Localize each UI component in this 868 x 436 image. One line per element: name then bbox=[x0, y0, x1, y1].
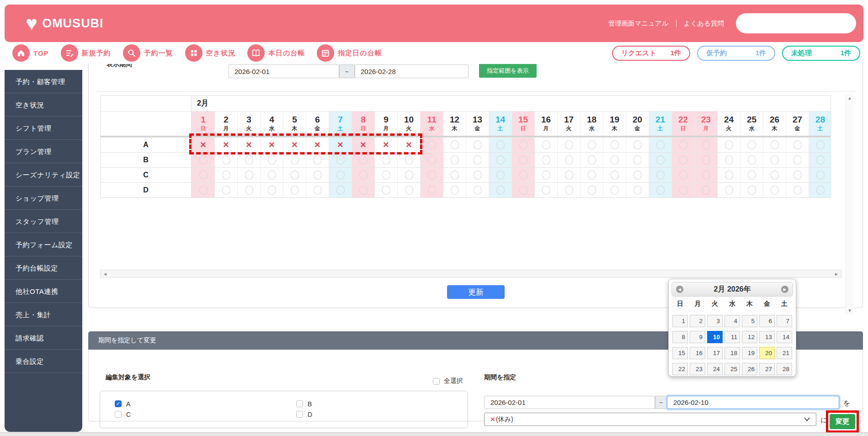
availability-cell[interactable] bbox=[671, 153, 694, 167]
availability-cell[interactable] bbox=[351, 183, 374, 197]
datepicker-day-cell[interactable]: 14 bbox=[777, 331, 792, 343]
availability-cell[interactable] bbox=[809, 183, 831, 197]
datepicker-day-cell[interactable]: 5 bbox=[742, 315, 757, 327]
availability-cell[interactable] bbox=[557, 168, 580, 182]
availability-cell[interactable] bbox=[283, 168, 306, 182]
availability-cell[interactable]: × bbox=[283, 138, 306, 152]
availability-cell[interactable] bbox=[557, 138, 580, 152]
datepicker-day-cell[interactable]: 25 bbox=[724, 363, 740, 375]
availability-cell[interactable] bbox=[717, 168, 740, 182]
sidebar-item[interactable]: プラン管理 bbox=[5, 140, 82, 163]
availability-cell[interactable] bbox=[671, 183, 694, 197]
horizontal-scrollbar[interactable]: ◄ ► bbox=[100, 270, 841, 278]
datepicker-day-cell[interactable]: 22 bbox=[672, 363, 688, 375]
availability-cell[interactable] bbox=[306, 153, 329, 167]
availability-cell[interactable] bbox=[511, 168, 534, 182]
availability-cell[interactable] bbox=[603, 183, 626, 197]
availability-cell[interactable]: × bbox=[192, 138, 214, 152]
availability-cell[interactable] bbox=[603, 138, 626, 152]
availability-cell[interactable] bbox=[351, 153, 374, 167]
availability-cell[interactable] bbox=[237, 153, 260, 167]
nav-item-空き状況[interactable]: 空き状況 bbox=[185, 44, 235, 62]
datepicker-day-cell[interactable]: 6 bbox=[759, 315, 775, 327]
availability-cell[interactable] bbox=[329, 168, 351, 182]
availability-cell[interactable] bbox=[534, 153, 557, 167]
availability-cell[interactable] bbox=[694, 138, 717, 152]
availability-cell[interactable] bbox=[420, 153, 443, 167]
availability-cell[interactable]: × bbox=[214, 138, 237, 152]
availability-cell[interactable] bbox=[260, 183, 283, 197]
availability-cell[interactable] bbox=[397, 153, 420, 167]
nav-item-指定日の台帳[interactable]: 指定日の台帳 bbox=[317, 44, 382, 62]
availability-cell[interactable] bbox=[443, 183, 466, 197]
availability-cell[interactable] bbox=[192, 183, 214, 197]
availability-cell[interactable] bbox=[626, 138, 649, 152]
availability-cell[interactable] bbox=[489, 168, 511, 182]
availability-cell[interactable] bbox=[466, 153, 489, 167]
availability-cell[interactable] bbox=[717, 138, 740, 152]
nav-item-TOP[interactable]: TOP bbox=[12, 44, 49, 62]
availability-cell[interactable] bbox=[443, 153, 466, 167]
availability-cell[interactable] bbox=[763, 168, 786, 182]
datepicker-day-cell[interactable]: 12 bbox=[742, 331, 757, 343]
datepicker-day-cell[interactable]: 8 bbox=[672, 331, 688, 343]
availability-cell[interactable] bbox=[466, 183, 489, 197]
availability-cell[interactable] bbox=[580, 183, 603, 197]
status-select[interactable]: × (休み) bbox=[484, 413, 816, 426]
datepicker-day-cell[interactable]: 2 bbox=[690, 315, 705, 327]
availability-cell[interactable] bbox=[580, 138, 603, 152]
scroll-up-icon[interactable]: ▲ bbox=[847, 96, 852, 101]
availability-cell[interactable] bbox=[420, 168, 443, 182]
availability-cell[interactable]: × bbox=[351, 138, 374, 152]
availability-cell[interactable] bbox=[534, 168, 557, 182]
datepicker-day-cell[interactable]: 20 bbox=[759, 347, 775, 359]
availability-cell[interactable] bbox=[649, 153, 671, 167]
availability-cell[interactable] bbox=[351, 168, 374, 182]
availability-cell[interactable] bbox=[786, 168, 809, 182]
sidebar-item[interactable]: スタッフ管理 bbox=[5, 210, 82, 233]
datepicker-day-cell[interactable]: 4 bbox=[724, 315, 740, 327]
availability-cell[interactable] bbox=[580, 153, 603, 167]
availability-cell[interactable] bbox=[397, 183, 420, 197]
datepicker-day-cell[interactable]: 16 bbox=[690, 347, 705, 359]
scroll-down-icon[interactable]: ▼ bbox=[847, 308, 852, 313]
update-button[interactable]: 更新 bbox=[447, 285, 505, 299]
datepicker-day-cell[interactable]: 19 bbox=[742, 347, 757, 359]
availability-cell[interactable] bbox=[534, 138, 557, 152]
datepicker-day-cell[interactable]: 10 bbox=[707, 331, 723, 343]
availability-cell[interactable] bbox=[374, 183, 397, 197]
availability-cell[interactable] bbox=[443, 138, 466, 152]
availability-cell[interactable] bbox=[214, 183, 237, 197]
availability-cell[interactable] bbox=[511, 138, 534, 152]
datepicker-day-cell[interactable]: 23 bbox=[690, 363, 705, 375]
datepicker-day-cell[interactable]: 3 bbox=[707, 315, 723, 327]
nav-item-予約一覧[interactable]: 予約一覧 bbox=[123, 44, 173, 62]
datepicker-day-cell[interactable]: 21 bbox=[777, 347, 792, 359]
availability-cell[interactable] bbox=[420, 138, 443, 152]
availability-cell[interactable] bbox=[740, 183, 763, 197]
availability-cell[interactable] bbox=[489, 183, 511, 197]
availability-cell[interactable] bbox=[397, 168, 420, 182]
availability-cell[interactable] bbox=[306, 168, 329, 182]
availability-cell[interactable]: × bbox=[306, 138, 329, 152]
sidebar-item[interactable]: 請求確認 bbox=[5, 326, 82, 350]
search-input[interactable] bbox=[736, 13, 856, 33]
availability-cell[interactable] bbox=[534, 183, 557, 197]
availability-cell[interactable] bbox=[786, 153, 809, 167]
next-month-icon[interactable]: ► bbox=[781, 286, 788, 293]
sidebar-item[interactable]: ショップ管理 bbox=[5, 186, 82, 210]
nav-item-新規予約[interactable]: 新規予約 bbox=[61, 44, 111, 62]
availability-cell[interactable]: × bbox=[260, 138, 283, 152]
change-button[interactable]: 変更 bbox=[830, 414, 855, 429]
availability-cell[interactable] bbox=[694, 168, 717, 182]
edit-target-checkbox-D[interactable] bbox=[296, 411, 303, 418]
availability-cell[interactable] bbox=[740, 153, 763, 167]
availability-cell[interactable] bbox=[786, 183, 809, 197]
availability-cell[interactable] bbox=[809, 153, 831, 167]
availability-cell[interactable] bbox=[740, 168, 763, 182]
availability-cell[interactable] bbox=[649, 138, 671, 152]
sidebar-item[interactable]: 空き状況 bbox=[5, 93, 82, 117]
availability-cell[interactable] bbox=[511, 153, 534, 167]
availability-cell[interactable] bbox=[329, 183, 351, 197]
availability-cell[interactable] bbox=[466, 168, 489, 182]
